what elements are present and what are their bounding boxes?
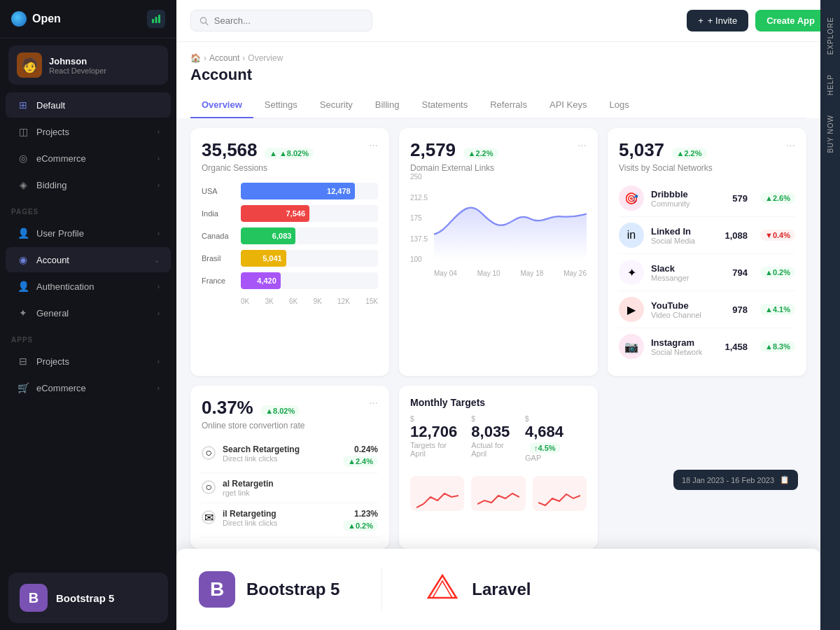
nav-item-app-projects[interactable]: ⊟ Projects ›: [6, 349, 171, 374]
nav-label-ecommerce: eCommerce: [36, 153, 86, 164]
gap-label: GAP: [525, 454, 587, 462]
chevron-icon-8: ›: [158, 358, 160, 365]
social-item-youtube: ▶ YouTube Video Channel 978 ▲4.1%: [619, 291, 795, 328]
gap-value: 4,684: [525, 423, 564, 440]
tab-statements[interactable]: Statements: [410, 92, 479, 118]
nav-item-general[interactable]: ✦ General ›: [6, 300, 171, 326]
conversion-rate: 0.37%: [202, 397, 253, 418]
account-icon: ◉: [17, 253, 29, 266]
more-button-1[interactable]: ···: [369, 139, 378, 152]
dribbble-avatar: 🎯: [619, 186, 644, 211]
svg-rect-1: [155, 17, 158, 23]
svg-rect-0: [152, 19, 154, 23]
breadcrumb-overview: Overview: [248, 53, 283, 63]
youtube-info: YouTube Video Channel: [651, 300, 701, 319]
create-app-button[interactable]: Create App: [755, 10, 826, 31]
domain-links-card: 2,579 ▲2.2% ··· Domain External Links 25…: [399, 128, 598, 376]
invite-plus-icon: +: [698, 15, 704, 26]
monthly-targets-card: Monthly Targets $ 12,706 Targets for Apr…: [399, 386, 598, 549]
linkedin-avatar: in: [619, 223, 644, 248]
retarget-info-1: Search Retargeting Direct link clicks: [223, 444, 300, 463]
bar-row-india: India 7,546: [202, 205, 378, 222]
side-panel-help[interactable]: Help: [822, 64, 839, 105]
app-projects-icon: ⊟: [17, 355, 29, 368]
bar-row-brasil: Brasil 5,041: [202, 250, 378, 267]
nav-item-default[interactable]: ⊞ Default: [6, 92, 171, 118]
main-content: + + Invite Create App 🏠 › Account › Over…: [176, 0, 840, 630]
targets-april: $ 12,706 Targets for April: [410, 415, 457, 462]
retarget-icon-3: ✉: [202, 510, 216, 524]
laravel-icon: [424, 571, 461, 608]
targets-april-label: Targets for April: [410, 441, 457, 458]
bar-france: 4,420: [241, 272, 281, 289]
retarget-stats-3: 1.23% ▲0.2%: [339, 509, 378, 531]
social-networks-card: 5,037 ▲2.2% ··· Visits by Social Network…: [608, 128, 806, 376]
chevron-icon-4: ›: [158, 230, 160, 237]
youtube-avatar: ▶: [619, 297, 644, 322]
search-input[interactable]: [214, 15, 363, 26]
promo-card: B Bootstrap 5: [8, 573, 168, 623]
date-badge: 18 Jan 2023 - 16 Feb 2023 📋: [673, 470, 798, 490]
slack-info: Slack Messanger: [651, 263, 689, 282]
svg-line-4: [206, 22, 208, 24]
nav-item-authentication[interactable]: 👤 Authentication ›: [6, 274, 171, 299]
stat-header-3: 5,037 ▲2.2%: [619, 139, 707, 161]
nav-label-default: Default: [36, 100, 65, 111]
promo-divider: [382, 568, 382, 610]
dribbble-info: Dribbble Community: [651, 189, 690, 208]
svg-marker-5: [428, 575, 456, 598]
side-panel-buy-now[interactable]: Buy now: [822, 105, 839, 163]
bar-row-canada: Canada 6,083: [202, 227, 378, 244]
breadcrumb-account[interactable]: Account: [209, 53, 239, 63]
nav-item-app-ecommerce[interactable]: 🛒 eCommerce ›: [6, 375, 171, 400]
search-icon: [200, 16, 209, 26]
svg-rect-2: [158, 15, 160, 23]
page-title: Account: [190, 66, 806, 84]
domain-links-label: Domain External Links: [410, 163, 587, 173]
tab-api-keys[interactable]: API Keys: [538, 92, 598, 118]
breadcrumb: 🏠 › Account › Overview: [190, 53, 806, 63]
tab-overview[interactable]: Overview: [190, 92, 253, 118]
targets-title: Monthly Targets: [410, 397, 587, 408]
line-chart-svg: [434, 173, 587, 264]
tab-referrals[interactable]: Referrals: [479, 92, 538, 118]
slack-avatar: ✦: [619, 260, 644, 285]
user-card[interactable]: 🧑 Johnson React Developer: [8, 46, 168, 85]
pages-label: PAGES: [0, 198, 176, 220]
nav-label-account: Account: [36, 255, 69, 265]
conversion-header: 0.37% ▲8.02% ···: [202, 397, 378, 419]
nav-item-ecommerce[interactable]: ◎ eCommerce ›: [6, 146, 171, 171]
nav-label-bidding: Bidding: [36, 180, 66, 190]
tab-settings[interactable]: Settings: [253, 92, 309, 118]
conversion-stat: 0.37% ▲8.02%: [202, 397, 300, 419]
tab-billing[interactable]: Billing: [364, 92, 411, 118]
side-panel-explore[interactable]: Explore: [822, 7, 839, 64]
more-button-4[interactable]: ···: [369, 397, 378, 410]
nav-item-account[interactable]: ◉ Account ⌄: [6, 247, 171, 272]
nav-item-bidding[interactable]: ◈ Bidding ›: [6, 172, 171, 197]
nav-item-projects[interactable]: ◫ Projects ›: [6, 119, 171, 144]
more-button-3[interactable]: ···: [786, 139, 795, 152]
nav-item-user-profile[interactable]: 👤 User Profile ›: [6, 220, 171, 246]
logo-chart-icon[interactable]: [147, 10, 165, 28]
tab-security[interactable]: Security: [309, 92, 364, 118]
more-button-2[interactable]: ···: [578, 139, 587, 152]
laravel-promo-label: Laravel: [472, 580, 531, 599]
bar-chart: USA 12,478 India 7,546: [202, 183, 378, 305]
chevron-icon-9: ›: [158, 384, 160, 392]
sidebar-logo: Open: [0, 0, 176, 38]
chevron-icon-7: ›: [158, 309, 160, 317]
bar-canada: 6,083: [241, 227, 295, 244]
third-col-placeholder: [608, 386, 806, 549]
retarget-info-2: al Retargetin rget link: [223, 479, 274, 497]
nav-label-general: General: [36, 308, 69, 318]
invite-button[interactable]: + + Invite: [687, 10, 748, 31]
app-ecommerce-icon: 🛒: [17, 382, 29, 394]
stat-header-2: 2,579 ▲2.2%: [410, 139, 498, 161]
tab-logs[interactable]: Logs: [598, 92, 640, 118]
date-range: 18 Jan 2023 - 16 Feb 2023: [682, 476, 774, 484]
chevron-icon-5: ⌄: [154, 256, 160, 264]
search-box[interactable]: [190, 10, 372, 31]
app-name: Open: [32, 13, 61, 25]
social-visits-value: 5,037: [619, 139, 664, 160]
